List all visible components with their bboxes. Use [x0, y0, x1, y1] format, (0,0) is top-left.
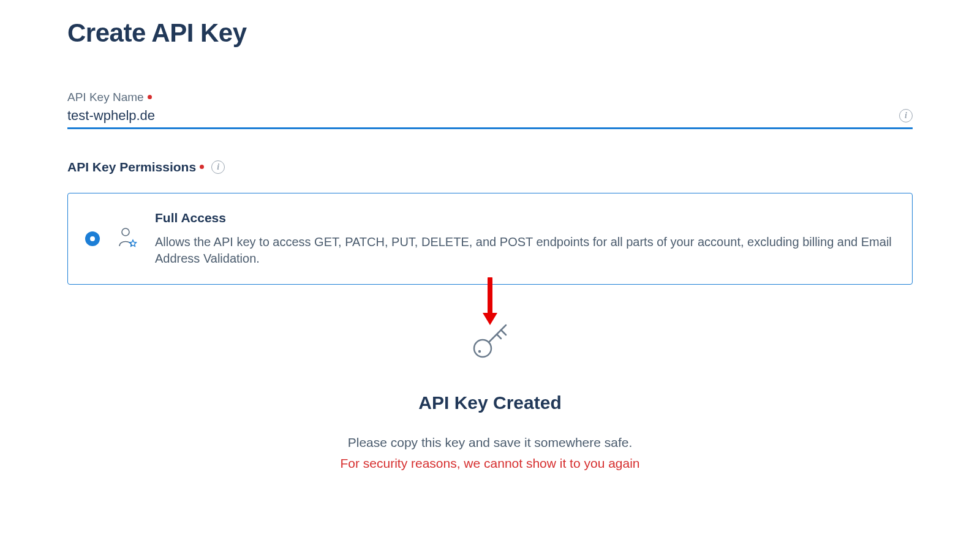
user-star-icon [117, 227, 138, 251]
api-key-created-title: API Key Created [67, 392, 913, 413]
api-key-created-warning: For security reasons, we cannot show it … [67, 456, 913, 471]
api-key-permissions-label-text: API Key Permissions [67, 160, 196, 174]
arrow-down-icon [67, 277, 913, 326]
page-title: Create API Key [67, 18, 913, 48]
info-icon[interactable]: i [899, 109, 913, 122]
info-icon[interactable]: i [211, 160, 225, 174]
svg-line-7 [497, 334, 501, 339]
permission-option-full-access[interactable]: Full Access Allows the API key to access… [67, 193, 913, 285]
radio-selected-icon[interactable] [85, 231, 100, 246]
permission-option-title: Full Access [155, 211, 895, 225]
svg-line-5 [489, 325, 506, 342]
api-key-name-row: i [67, 107, 913, 129]
svg-point-0 [122, 228, 129, 236]
api-key-name-label: API Key Name [67, 91, 913, 104]
api-key-name-label-text: API Key Name [67, 91, 144, 104]
api-key-created-subtitle: Please copy this key and save it somewhe… [67, 435, 913, 450]
svg-point-4 [478, 350, 481, 353]
required-dot-icon [148, 95, 152, 99]
api-key-name-input[interactable] [67, 107, 899, 125]
required-dot-icon [200, 165, 204, 169]
svg-marker-2 [483, 313, 497, 325]
permission-option-description: Allows the API key to access GET, PATCH,… [155, 234, 895, 267]
api-key-permissions-label: API Key Permissions i [67, 160, 913, 174]
svg-line-6 [501, 330, 506, 335]
api-key-created-section: API Key Created Please copy this key and… [67, 315, 913, 471]
